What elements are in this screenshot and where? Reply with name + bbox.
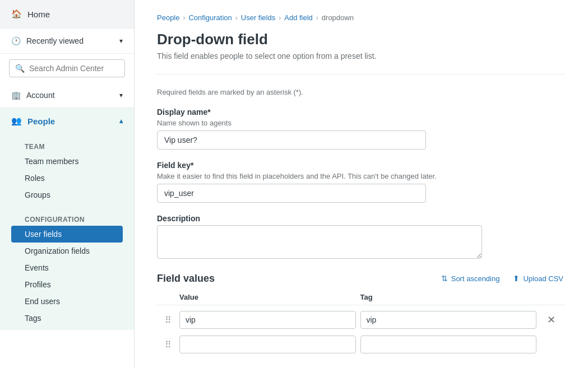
chevron-down-icon: ▾ <box>119 37 123 45</box>
sidebar-item-user-fields[interactable]: User fields <box>11 226 123 243</box>
sidebar-item-tags[interactable]: Tags <box>11 310 123 327</box>
display-name-hint: Name shown to agents <box>157 119 566 127</box>
sidebar: 🏠 Home 🕐 Recently viewed ▾ 🔍 🏢 Account ▾ <box>0 0 135 368</box>
account-label: Account <box>26 91 55 100</box>
configuration-section-title: Configuration <box>11 212 123 226</box>
search-icon: 🔍 <box>15 64 25 73</box>
drag-handle-1[interactable]: ⠿ <box>161 315 175 325</box>
table-row: ⠿ ✕ <box>157 308 566 332</box>
description-group: Description <box>157 214 566 260</box>
configuration-section: Configuration User fields Organization f… <box>0 207 134 330</box>
sidebar-item-groups[interactable]: Groups <box>11 187 123 203</box>
chevron-up-icon: ▴ <box>119 117 123 125</box>
sort-ascending-label: Sort ascending <box>451 274 500 283</box>
required-note: Required fields are marked by an asteris… <box>157 88 566 96</box>
col-drag <box>161 293 175 301</box>
sidebar-item-events[interactable]: Events <box>11 259 123 276</box>
upload-csv-button[interactable]: ⬆ Upload CSV <box>511 272 566 285</box>
value-input-1[interactable] <box>179 311 356 329</box>
breadcrumb: People › Configuration › User fields › A… <box>157 13 566 22</box>
field-key-hint: Make it easier to find this field in pla… <box>157 172 566 180</box>
main-content: People › Configuration › User fields › A… <box>135 0 588 368</box>
display-name-label: Display name* <box>157 108 566 117</box>
people-label: People <box>27 117 55 126</box>
sidebar-home-label: Home <box>27 10 50 19</box>
field-values-title: Field values <box>157 273 215 285</box>
remove-button-1[interactable]: ✕ <box>541 311 561 328</box>
breadcrumb-sep-4: › <box>316 14 318 22</box>
upload-csv-label: Upload CSV <box>523 274 563 283</box>
field-key-group: Field key* Make it easier to find this f… <box>157 161 566 203</box>
sidebar-item-people[interactable]: 👥 People ▴ <box>0 108 134 134</box>
field-key-input[interactable] <box>157 184 426 203</box>
col-tag-header: Tag <box>360 293 537 301</box>
search-box[interactable]: 🔍 <box>9 59 125 77</box>
home-icon: 🏠 <box>11 9 22 19</box>
team-section-title: Team <box>11 139 123 153</box>
breadcrumb-dropdown: dropdown <box>322 13 354 22</box>
divider-1 <box>157 74 566 74</box>
field-key-label: Field key* <box>157 161 566 170</box>
recently-viewed-label: Recently viewed <box>26 36 84 45</box>
drag-handle-2[interactable]: ⠿ <box>161 339 175 350</box>
sidebar-item-profiles[interactable]: Profiles <box>11 276 123 293</box>
breadcrumb-sep-1: › <box>183 14 185 22</box>
table-header: Value Tag <box>157 290 566 305</box>
upload-icon: ⬆ <box>513 274 520 283</box>
breadcrumb-configuration[interactable]: Configuration <box>188 13 232 22</box>
breadcrumb-sep-3: › <box>279 14 281 22</box>
breadcrumb-user-fields[interactable]: User fields <box>241 13 275 22</box>
tag-input-1[interactable] <box>360 311 537 329</box>
chevron-down-icon-account: ▾ <box>119 91 123 99</box>
col-value-header: Value <box>179 293 356 301</box>
description-label: Description <box>157 214 566 223</box>
tag-input-2[interactable] <box>360 336 537 353</box>
description-input[interactable] <box>157 225 482 259</box>
breadcrumb-sep-2: › <box>235 14 238 22</box>
sidebar-item-recently-viewed[interactable]: 🕐 Recently viewed ▾ <box>0 29 134 53</box>
building-icon: 🏢 <box>11 91 21 100</box>
search-input[interactable] <box>29 64 119 73</box>
clock-icon: 🕐 <box>11 36 21 45</box>
sidebar-item-org-fields[interactable]: Organization fields <box>11 243 123 259</box>
sidebar-item-account[interactable]: 🏢 Account ▾ <box>0 83 134 108</box>
sidebar-item-roles[interactable]: Roles <box>11 170 123 187</box>
field-values-header: Field values ⇅ Sort ascending ⬆ Upload C… <box>157 272 566 285</box>
display-name-group: Display name* Name shown to agents <box>157 108 566 150</box>
breadcrumb-people[interactable]: People <box>157 13 179 22</box>
sort-icon: ⇅ <box>441 274 448 283</box>
team-section: Team Team members Roles Groups <box>0 134 134 207</box>
table-row: ⠿ ✕ <box>157 332 566 357</box>
sidebar-item-end-users[interactable]: End users <box>11 293 123 310</box>
sidebar-item-team-members[interactable]: Team members <box>11 153 123 170</box>
page-subtitle: This field enables people to select one … <box>157 52 566 60</box>
value-input-2[interactable] <box>179 336 356 353</box>
col-remove-header <box>541 293 561 301</box>
people-icon: 👥 <box>11 116 22 126</box>
display-name-input[interactable] <box>157 131 426 150</box>
breadcrumb-add-field[interactable]: Add field <box>284 13 313 22</box>
sidebar-item-home[interactable]: 🏠 Home <box>0 0 134 29</box>
sort-ascending-button[interactable]: ⇅ Sort ascending <box>439 272 502 285</box>
field-values-actions: ⇅ Sort ascending ⬆ Upload CSV <box>439 272 566 285</box>
page-title: Drop-down field <box>157 31 566 48</box>
